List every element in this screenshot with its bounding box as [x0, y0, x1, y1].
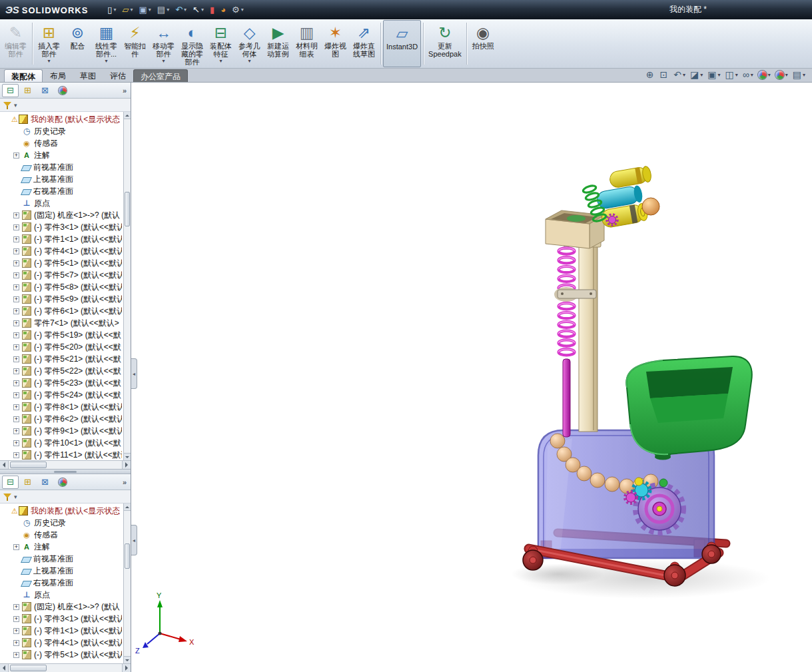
display-style-icon[interactable]: ◫	[725, 70, 737, 80]
tree-item[interactable]: (-) 零件5<20> (默认<<默	[0, 341, 131, 353]
dropdown-arrow-icon[interactable]	[162, 58, 165, 64]
dropdown-arrow-icon[interactable]	[105, 58, 107, 64]
assembly-3d-model[interactable]: Y X Z	[131, 83, 811, 672]
tab-sketch[interactable]: 草图	[73, 69, 103, 82]
dropdown-arrow-icon[interactable]	[149, 7, 151, 13]
tree-item[interactable]: 历史记录	[0, 517, 131, 529]
expand-toggle-icon[interactable]	[13, 212, 19, 218]
dropdown-arrow-icon[interactable]	[114, 7, 117, 13]
zoom-fit-icon[interactable]: ⊕	[646, 70, 655, 80]
model-hopper-bowl[interactable]	[626, 356, 752, 460]
filter-dropdown-icon[interactable]	[14, 494, 17, 500]
expand-toggle-icon[interactable]	[13, 604, 19, 610]
scrollbar-thumb[interactable]	[125, 192, 130, 226]
hide-show-items-icon[interactable]: ∞	[743, 70, 753, 80]
expand-toggle-icon[interactable]	[13, 628, 19, 634]
dropdown-arrow-icon[interactable]	[201, 7, 204, 13]
model-ball[interactable]	[642, 198, 659, 215]
panel-collapse-handle[interactable]	[131, 525, 137, 555]
dropdown-arrow-icon[interactable]	[700, 72, 703, 78]
linear-component-pattern-button[interactable]: ▦ 线性零 部件...	[92, 20, 121, 67]
displaymanager-tab[interactable]: ●	[54, 476, 71, 489]
dropdown-arrow-icon[interactable]	[167, 7, 169, 13]
scrollbar-thumb[interactable]	[10, 665, 47, 671]
expand-toggle-icon[interactable]	[13, 236, 19, 242]
expand-toggle-icon[interactable]	[13, 380, 19, 386]
zoom-to-area-icon[interactable]: ⊡	[659, 70, 669, 80]
expand-toggle-icon[interactable]	[13, 544, 19, 550]
tree-item[interactable]: (-) 零件5<24> (默认<<默	[0, 389, 131, 401]
tab-layout[interactable]: 布局	[43, 69, 73, 82]
tree-item[interactable]: (-) 零件1<1> (默认<<默认	[0, 625, 131, 637]
horizontal-scrollbar[interactable]	[0, 663, 131, 672]
dropdown-arrow-icon[interactable]	[47, 58, 50, 64]
tree-item[interactable]: (-) 零件5<1> (默认<<默认	[0, 257, 131, 269]
dropdown-arrow-icon[interactable]	[683, 72, 685, 78]
configurationmanager-tab[interactable]: ⊠	[37, 84, 53, 97]
expand-toggle-icon[interactable]	[13, 368, 19, 374]
rebuild-icon[interactable]: ▮	[208, 4, 216, 16]
dropdown-arrow-icon[interactable]	[735, 72, 738, 78]
tree-item[interactable]: (固定) 机座<1>->? (默认	[0, 601, 131, 613]
smart-fasteners-button[interactable]: ⚡ 智能扣 件	[121, 20, 149, 67]
panel-expand-chevron-icon[interactable]	[123, 87, 129, 95]
featuremanager-tree-tab[interactable]: ⊟	[2, 476, 19, 489]
tree-item[interactable]: 注解	[0, 149, 131, 161]
expand-toggle-icon[interactable]	[13, 260, 19, 266]
tree-item[interactable]: 前视基准面	[0, 161, 131, 173]
tree-item[interactable]: 右视基准面	[0, 577, 131, 589]
expand-toggle-icon[interactable]	[13, 344, 19, 350]
scroll-right-arrow[interactable]	[122, 461, 131, 469]
undo-icon[interactable]: ↶	[173, 4, 189, 16]
expand-toggle-icon[interactable]	[13, 248, 19, 254]
move-component-button[interactable]: ↔ 移动零 部件	[149, 20, 178, 67]
scrollbar-thumb[interactable]	[125, 543, 130, 569]
dropdown-arrow-icon[interactable]	[184, 7, 187, 13]
dropdown-arrow-icon[interactable]	[219, 58, 222, 64]
tree-item[interactable]: 零件7<1> (默认<<默认>	[0, 317, 131, 329]
tree-item[interactable]: (-) 零件6<1> (默认<<默认	[0, 305, 131, 317]
configurationmanager-tab[interactable]: ⊠	[37, 476, 53, 489]
expand-toggle-icon[interactable]	[13, 224, 19, 230]
tree-item[interactable]: 原点	[0, 197, 131, 209]
tree-item[interactable]: 原点	[0, 589, 131, 601]
filter-funnel-icon[interactable]	[3, 101, 11, 109]
scroll-up-arrow[interactable]	[124, 112, 131, 119]
expand-toggle-icon[interactable]	[13, 640, 19, 646]
scroll-left-arrow[interactable]	[0, 664, 9, 672]
select-cursor-icon[interactable]: ↖	[191, 4, 206, 16]
tree-item[interactable]: (-) 零件6<2> (默认<<默认	[0, 413, 131, 425]
tree-item[interactable]: 上视基准面	[0, 565, 131, 577]
dropdown-arrow-icon[interactable]	[131, 7, 133, 13]
tree-item[interactable]: (-) 零件5<22> (默认<<默	[0, 365, 131, 377]
vertical-scrollbar[interactable]	[123, 112, 131, 460]
edit-component-button[interactable]: ✎ 编辑零 部件	[1, 20, 30, 67]
tree-item[interactable]: (-) 零件10<1> (默认<<默	[0, 437, 131, 449]
section-view-icon[interactable]: ◪	[690, 70, 703, 80]
tree-item[interactable]: (固定) 机座<1>->? (默认	[0, 209, 131, 221]
new-document-icon[interactable]: ▯	[105, 4, 118, 16]
tree-item[interactable]: 上视基准面	[0, 173, 131, 185]
graphics-viewport[interactable]: Y X Z	[131, 83, 812, 672]
expand-toggle-icon[interactable]	[13, 440, 19, 446]
expand-toggle-icon[interactable]	[13, 452, 19, 458]
expand-toggle-icon[interactable]	[13, 356, 19, 362]
tree-item[interactable]: (-) 零件5<7> (默认<<默认	[0, 269, 131, 281]
new-motion-study-button[interactable]: ▶ 新建运 动算例	[264, 20, 292, 67]
dropdown-arrow-icon[interactable]	[803, 72, 805, 78]
expand-toggle-icon[interactable]	[13, 616, 19, 622]
print-icon[interactable]: ▤	[155, 4, 171, 16]
expand-toggle-icon[interactable]	[13, 404, 19, 410]
expand-toggle-icon[interactable]	[13, 272, 19, 278]
model-mini-gear[interactable]	[609, 216, 616, 224]
tree-item[interactable]: (-) 零件1<1> (默认<<默认	[0, 233, 131, 245]
tree-item[interactable]: 历史记录	[0, 125, 131, 137]
exploded-view-button[interactable]: ✶ 爆炸视 图	[321, 20, 350, 67]
propertymanager-tab[interactable]: ⊞	[19, 84, 36, 97]
show-hidden-components-button[interactable]: ◐ 显示隐 藏的零 部件	[178, 20, 206, 67]
tab-office-products[interactable]: 办公室产品	[133, 69, 188, 82]
tree-item[interactable]: (-) 零件4<1> (默认<<默认	[0, 637, 131, 649]
tree-item[interactable]: (-) 零件5<8> (默认<<默认	[0, 281, 131, 293]
tree-item[interactable]: (-) 零件11<1> (默认<<默认	[0, 449, 131, 460]
scroll-down-arrow[interactable]	[124, 453, 131, 460]
